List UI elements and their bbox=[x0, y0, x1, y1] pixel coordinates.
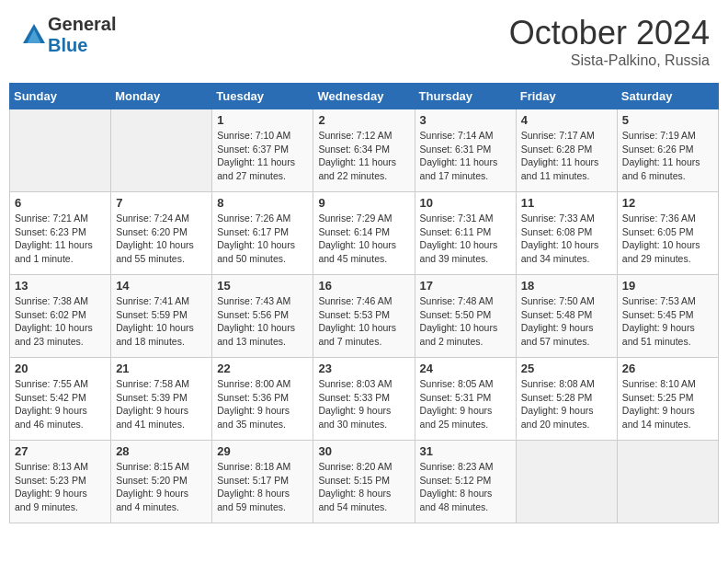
day-number: 18 bbox=[521, 279, 612, 293]
calendar-cell: 18Sunrise: 7:50 AMSunset: 5:48 PMDayligh… bbox=[516, 275, 617, 358]
week-row-4: 20Sunrise: 7:55 AMSunset: 5:42 PMDayligh… bbox=[10, 358, 719, 441]
day-number: 17 bbox=[420, 279, 511, 293]
day-info: Sunrise: 8:08 AMSunset: 5:28 PMDaylight:… bbox=[521, 377, 612, 431]
logo-icon bbox=[20, 21, 48, 49]
day-info: Sunrise: 7:58 AMSunset: 5:39 PMDaylight:… bbox=[116, 377, 207, 431]
calendar-cell: 27Sunrise: 8:13 AMSunset: 5:23 PMDayligh… bbox=[10, 441, 111, 523]
day-info: Sunrise: 8:18 AMSunset: 5:17 PMDaylight:… bbox=[217, 460, 308, 514]
day-number: 24 bbox=[420, 362, 511, 375]
day-info: Sunrise: 7:26 AMSunset: 6:17 PMDaylight:… bbox=[217, 212, 308, 266]
title-block: October 2024 Sista-Palkino, Russia bbox=[509, 14, 710, 69]
day-info: Sunrise: 7:19 AMSunset: 6:26 PMDaylight:… bbox=[622, 129, 713, 183]
header-row: SundayMondayTuesdayWednesdayThursdayFrid… bbox=[10, 84, 719, 109]
calendar-cell bbox=[617, 441, 718, 523]
week-row-5: 27Sunrise: 8:13 AMSunset: 5:23 PMDayligh… bbox=[10, 441, 719, 523]
day-number: 3 bbox=[420, 113, 511, 127]
calendar-cell bbox=[111, 109, 212, 192]
page-header: General Blue October 2024 Sista-Palkino,… bbox=[9, 9, 719, 74]
day-number: 5 bbox=[622, 113, 713, 127]
day-info: Sunrise: 8:23 AMSunset: 5:12 PMDaylight:… bbox=[420, 460, 511, 514]
day-info: Sunrise: 8:10 AMSunset: 5:25 PMDaylight:… bbox=[622, 377, 713, 431]
day-info: Sunrise: 7:41 AMSunset: 5:59 PMDaylight:… bbox=[116, 294, 207, 349]
day-number: 29 bbox=[217, 444, 308, 458]
day-info: Sunrise: 8:13 AMSunset: 5:23 PMDaylight:… bbox=[15, 460, 106, 514]
calendar-cell: 3Sunrise: 7:14 AMSunset: 6:31 PMDaylight… bbox=[415, 109, 516, 192]
day-info: Sunrise: 8:15 AMSunset: 5:20 PMDaylight:… bbox=[116, 460, 207, 514]
day-number: 19 bbox=[622, 279, 713, 293]
day-number: 2 bbox=[318, 113, 409, 127]
logo-general: General bbox=[48, 14, 116, 34]
day-info: Sunrise: 7:48 AMSunset: 5:50 PMDaylight:… bbox=[420, 294, 511, 349]
calendar-cell: 30Sunrise: 8:20 AMSunset: 5:15 PMDayligh… bbox=[313, 441, 415, 523]
calendar-cell: 13Sunrise: 7:38 AMSunset: 6:02 PMDayligh… bbox=[10, 275, 111, 358]
calendar-cell: 26Sunrise: 8:10 AMSunset: 5:25 PMDayligh… bbox=[617, 358, 718, 441]
day-number: 23 bbox=[318, 362, 409, 375]
month-title: October 2024 bbox=[509, 14, 710, 52]
calendar-cell: 16Sunrise: 7:46 AMSunset: 5:53 PMDayligh… bbox=[313, 275, 415, 358]
location-subtitle: Sista-Palkino, Russia bbox=[509, 52, 710, 69]
calendar-table: SundayMondayTuesdayWednesdayThursdayFrid… bbox=[9, 83, 719, 523]
calendar-cell: 19Sunrise: 7:53 AMSunset: 5:45 PMDayligh… bbox=[617, 275, 718, 358]
calendar-cell: 14Sunrise: 7:41 AMSunset: 5:59 PMDayligh… bbox=[111, 275, 212, 358]
logo: General Blue bbox=[18, 14, 116, 56]
day-info: Sunrise: 8:05 AMSunset: 5:31 PMDaylight:… bbox=[420, 377, 511, 431]
day-info: Sunrise: 7:50 AMSunset: 5:48 PMDaylight:… bbox=[521, 294, 612, 349]
day-number: 15 bbox=[217, 279, 308, 293]
day-info: Sunrise: 7:33 AMSunset: 6:08 PMDaylight:… bbox=[521, 212, 612, 266]
logo-blue: Blue bbox=[48, 35, 87, 55]
day-info: Sunrise: 7:24 AMSunset: 6:20 PMDaylight:… bbox=[116, 212, 207, 266]
day-number: 28 bbox=[116, 444, 207, 458]
day-info: Sunrise: 7:29 AMSunset: 6:14 PMDaylight:… bbox=[318, 212, 409, 266]
calendar-cell: 31Sunrise: 8:23 AMSunset: 5:12 PMDayligh… bbox=[415, 441, 516, 523]
day-info: Sunrise: 7:31 AMSunset: 6:11 PMDaylight:… bbox=[420, 212, 511, 266]
calendar-cell bbox=[516, 441, 617, 523]
day-info: Sunrise: 7:10 AMSunset: 6:37 PMDaylight:… bbox=[217, 129, 308, 183]
day-number: 9 bbox=[318, 196, 409, 210]
day-number: 1 bbox=[217, 113, 308, 127]
day-info: Sunrise: 7:21 AMSunset: 6:23 PMDaylight:… bbox=[15, 212, 106, 266]
calendar-cell: 21Sunrise: 7:58 AMSunset: 5:39 PMDayligh… bbox=[111, 358, 212, 441]
calendar-cell: 7Sunrise: 7:24 AMSunset: 6:20 PMDaylight… bbox=[111, 192, 212, 275]
day-number: 11 bbox=[521, 196, 612, 210]
calendar-cell: 8Sunrise: 7:26 AMSunset: 6:17 PMDaylight… bbox=[212, 192, 313, 275]
calendar-cell: 11Sunrise: 7:33 AMSunset: 6:08 PMDayligh… bbox=[516, 192, 617, 275]
day-number: 21 bbox=[116, 362, 207, 375]
calendar-cell: 25Sunrise: 8:08 AMSunset: 5:28 PMDayligh… bbox=[516, 358, 617, 441]
day-number: 13 bbox=[15, 279, 106, 293]
day-info: Sunrise: 7:46 AMSunset: 5:53 PMDaylight:… bbox=[318, 294, 409, 349]
day-number: 20 bbox=[15, 362, 106, 375]
calendar-cell: 5Sunrise: 7:19 AMSunset: 6:26 PMDaylight… bbox=[617, 109, 718, 192]
week-row-1: 1Sunrise: 7:10 AMSunset: 6:37 PMDaylight… bbox=[10, 109, 719, 192]
day-number: 31 bbox=[420, 444, 511, 458]
day-info: Sunrise: 7:14 AMSunset: 6:31 PMDaylight:… bbox=[420, 129, 511, 183]
day-number: 12 bbox=[622, 196, 713, 210]
day-number: 8 bbox=[217, 196, 308, 210]
day-info: Sunrise: 7:43 AMSunset: 5:56 PMDaylight:… bbox=[217, 294, 308, 349]
header-wednesday: Wednesday bbox=[313, 84, 415, 109]
header-thursday: Thursday bbox=[415, 84, 516, 109]
calendar-cell: 22Sunrise: 8:00 AMSunset: 5:36 PMDayligh… bbox=[212, 358, 313, 441]
calendar-cell: 17Sunrise: 7:48 AMSunset: 5:50 PMDayligh… bbox=[415, 275, 516, 358]
calendar-cell: 12Sunrise: 7:36 AMSunset: 6:05 PMDayligh… bbox=[617, 192, 718, 275]
calendar-cell: 24Sunrise: 8:05 AMSunset: 5:31 PMDayligh… bbox=[415, 358, 516, 441]
day-number: 27 bbox=[15, 444, 106, 458]
day-info: Sunrise: 7:38 AMSunset: 6:02 PMDaylight:… bbox=[15, 294, 106, 349]
calendar-header: SundayMondayTuesdayWednesdayThursdayFrid… bbox=[10, 84, 719, 109]
header-saturday: Saturday bbox=[617, 84, 718, 109]
calendar-cell: 20Sunrise: 7:55 AMSunset: 5:42 PMDayligh… bbox=[10, 358, 111, 441]
day-number: 6 bbox=[15, 196, 106, 210]
day-info: Sunrise: 7:17 AMSunset: 6:28 PMDaylight:… bbox=[521, 129, 612, 183]
header-friday: Friday bbox=[516, 84, 617, 109]
calendar-cell: 1Sunrise: 7:10 AMSunset: 6:37 PMDaylight… bbox=[212, 109, 313, 192]
calendar-cell: 15Sunrise: 7:43 AMSunset: 5:56 PMDayligh… bbox=[212, 275, 313, 358]
day-info: Sunrise: 8:03 AMSunset: 5:33 PMDaylight:… bbox=[318, 377, 409, 431]
day-number: 4 bbox=[521, 113, 612, 127]
day-info: Sunrise: 7:36 AMSunset: 6:05 PMDaylight:… bbox=[622, 212, 713, 266]
calendar-cell: 28Sunrise: 8:15 AMSunset: 5:20 PMDayligh… bbox=[111, 441, 212, 523]
day-info: Sunrise: 8:00 AMSunset: 5:36 PMDaylight:… bbox=[217, 377, 308, 431]
day-info: Sunrise: 7:12 AMSunset: 6:34 PMDaylight:… bbox=[318, 129, 409, 183]
day-info: Sunrise: 7:55 AMSunset: 5:42 PMDaylight:… bbox=[15, 377, 106, 431]
day-number: 7 bbox=[116, 196, 207, 210]
calendar-cell: 9Sunrise: 7:29 AMSunset: 6:14 PMDaylight… bbox=[313, 192, 415, 275]
calendar-body: 1Sunrise: 7:10 AMSunset: 6:37 PMDaylight… bbox=[10, 109, 719, 523]
